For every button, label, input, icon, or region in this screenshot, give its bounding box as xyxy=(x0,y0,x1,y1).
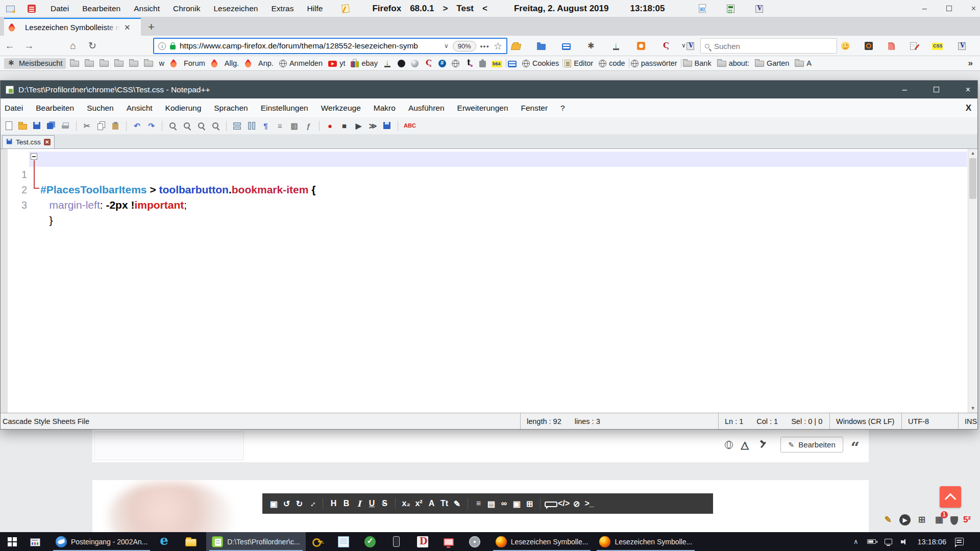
link-icon[interactable]: ∞ xyxy=(498,499,510,508)
new-tab-button[interactable]: + xyxy=(148,20,155,34)
separator[interactable] xyxy=(76,121,77,131)
menu-item[interactable]: Werkzeuge xyxy=(321,104,361,113)
clock[interactable]: 13:18:06 xyxy=(918,538,946,546)
code-icon[interactable]: </> xyxy=(557,499,570,508)
taskbar-notes[interactable] xyxy=(332,532,359,551)
start-button[interactable] xyxy=(0,532,24,551)
terminal-icon[interactable]: >_ xyxy=(583,499,596,508)
separator[interactable] xyxy=(126,121,127,131)
gear-icon[interactable] xyxy=(587,42,596,51)
zoom-in-icon[interactable] xyxy=(197,121,206,131)
open-folder-icon[interactable] xyxy=(511,42,521,50)
secure-lock-icon[interactable] xyxy=(170,45,176,49)
calendar-icon[interactable] xyxy=(28,5,36,13)
bookmark-passwoerter[interactable]: passwörter xyxy=(631,59,677,67)
home-button[interactable]: ⌂ xyxy=(63,40,83,52)
taskbar-keepass[interactable] xyxy=(306,532,332,551)
css-badge-icon[interactable] xyxy=(932,42,943,50)
zoom-out-icon[interactable] xyxy=(211,121,220,131)
bookmark-tumblr[interactable] xyxy=(465,59,474,68)
bookmark-meistbesucht[interactable]: Meistbesucht xyxy=(4,58,66,69)
bookmark-github[interactable] xyxy=(398,59,405,67)
comment-icon[interactable] xyxy=(545,502,557,507)
open-file-icon[interactable] xyxy=(18,121,28,131)
bookmark-sphere[interactable] xyxy=(411,59,419,67)
menu-item[interactable]: Datei xyxy=(51,4,69,13)
separator[interactable] xyxy=(629,59,629,68)
npp-maximize-button[interactable] xyxy=(934,87,939,92)
orange-app-icon[interactable] xyxy=(637,42,645,50)
document-tab[interactable]: Test.css ✕ xyxy=(2,135,55,148)
separator[interactable] xyxy=(468,498,468,509)
brush-icon[interactable]: ✎ xyxy=(882,514,894,525)
window-icon[interactable] xyxy=(562,42,571,50)
separator[interactable] xyxy=(506,59,506,68)
bookmark-folder[interactable] xyxy=(100,60,109,67)
bookmark-campfirefox[interactable] xyxy=(424,59,433,68)
action-center-icon[interactable] xyxy=(955,538,964,545)
record-macro-icon[interactable]: ● xyxy=(325,121,335,131)
separator[interactable] xyxy=(395,498,396,509)
play-macro-icon[interactable]: ▶ xyxy=(354,121,363,131)
subscript-icon[interactable]: x₂ xyxy=(400,499,412,508)
tray-expand-chevron[interactable]: ∧ xyxy=(853,538,859,545)
taskbar-antivirus[interactable] xyxy=(359,532,385,551)
bookmark-bluehash[interactable] xyxy=(438,59,446,67)
quote-icon[interactable]: “ xyxy=(851,445,860,450)
bookmark-folder[interactable] xyxy=(70,60,79,67)
menu-item[interactable]: ? xyxy=(560,104,565,113)
bookmark-download[interactable] xyxy=(383,59,392,68)
css-file-icon[interactable] xyxy=(699,4,706,13)
strikethrough-icon[interactable]: S xyxy=(378,499,391,508)
menu-item[interactable]: Chronik xyxy=(173,4,200,13)
taskbar-mail-window[interactable]: Posteingang - 2002An... xyxy=(50,532,153,551)
menu-item[interactable]: Hilfe xyxy=(307,4,323,13)
menu-item[interactable]: Ausführen xyxy=(408,104,445,113)
tools-icon[interactable] xyxy=(758,440,768,449)
npp-minimize-button[interactable]: – xyxy=(902,85,907,94)
edit-button[interactable]: ✎ Bearbeiten xyxy=(780,437,843,453)
network-icon[interactable] xyxy=(885,539,892,544)
bookmark-globe[interactable] xyxy=(452,59,459,67)
taskbar-d-app[interactable] xyxy=(411,532,438,551)
search-bar[interactable] xyxy=(700,38,837,54)
italic-icon[interactable]: I xyxy=(353,499,365,509)
text-color-icon[interactable]: A xyxy=(425,499,438,508)
bookmark-folder[interactable] xyxy=(114,60,124,67)
menu-item[interactable]: Datei xyxy=(5,104,23,113)
bookmark-window-icon[interactable] xyxy=(6,5,15,13)
menu-item[interactable]: Bearbeiten xyxy=(36,104,74,113)
edit-page-icon[interactable] xyxy=(910,42,917,50)
bookmark-anp[interactable]: Anp. xyxy=(244,59,274,67)
download-icon[interactable] xyxy=(612,42,621,51)
copy-icon[interactable] xyxy=(96,121,106,131)
table-icon[interactable]: ⊞ xyxy=(523,499,536,509)
bold-icon[interactable]: B xyxy=(340,499,353,508)
paste-icon[interactable] xyxy=(111,121,120,131)
function-list-icon[interactable]: ƒ xyxy=(304,121,313,131)
taskbar-firefox-window-1[interactable]: Lesezeichen Symbolle... xyxy=(490,532,594,551)
remove-format-icon[interactable]: ✎ xyxy=(451,499,463,509)
page-info-icon[interactable] xyxy=(158,42,166,50)
menu-item[interactable]: Suchen xyxy=(87,104,114,113)
taskbar-phone[interactable] xyxy=(385,532,411,551)
save-all-icon[interactable] xyxy=(46,121,56,131)
url-input[interactable] xyxy=(180,41,440,51)
v-extension-icon[interactable] xyxy=(687,42,694,50)
bookmark-yt[interactable]: yt xyxy=(328,59,345,67)
redo-icon[interactable]: ↻ xyxy=(293,499,306,509)
bookmark-ebay[interactable]: ebay xyxy=(351,59,377,67)
v-extension-icon[interactable] xyxy=(755,5,763,13)
taskbar-explorer[interactable] xyxy=(180,532,206,551)
forward-button[interactable]: → xyxy=(19,40,39,52)
bookmark-w[interactable]: w xyxy=(159,59,164,67)
spell-check-icon[interactable]: ABC xyxy=(404,121,413,131)
save-macro-icon[interactable] xyxy=(382,121,392,131)
report-warning-icon[interactable] xyxy=(741,440,751,449)
separator[interactable] xyxy=(562,59,563,68)
list-icon[interactable]: ≡ xyxy=(472,499,485,508)
page-actions-icon[interactable]: ••• xyxy=(480,42,489,50)
menu-item[interactable]: Ansicht xyxy=(127,104,153,113)
note-icon[interactable] xyxy=(342,5,349,13)
menu-item[interactable]: Makro xyxy=(374,104,396,113)
